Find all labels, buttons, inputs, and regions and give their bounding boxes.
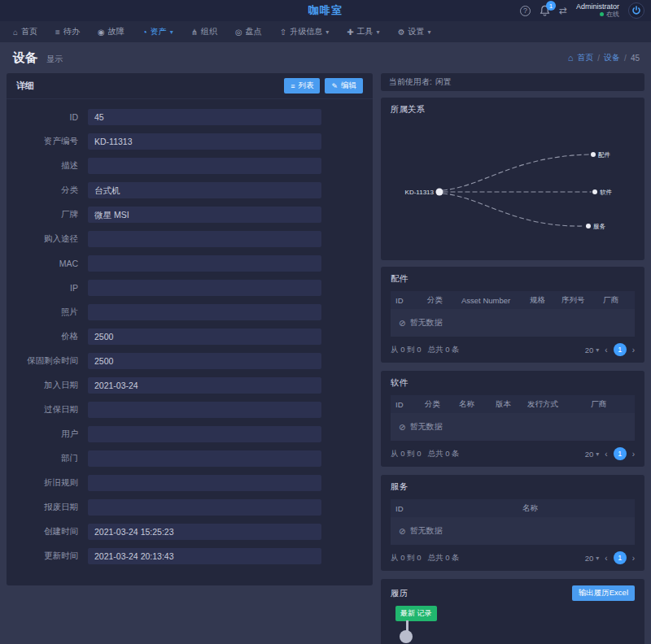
parts-panel: 配件ID分类Asset Number规格序列号厂商⊘暂无数据从 0 到 0总共 … [381, 267, 644, 363]
form-row: 部门 [7, 450, 373, 467]
table-header-cell: 名称 [518, 503, 635, 514]
form-row: 用户 [7, 426, 373, 442]
nav-item-asset[interactable]: ◔资产▾ [134, 21, 181, 42]
nav-item-label: 盘点 [246, 26, 262, 37]
form-row: 资产编号KD-11313 [7, 133, 373, 150]
nav-item-tools[interactable]: ✚工具▾ [339, 21, 387, 42]
page-head: 设备 显示 ⌂首页/设备/45 [0, 42, 651, 73]
table-header-cell: Asset Number [457, 296, 525, 305]
field-value[interactable]: 2500 [88, 353, 321, 369]
notifications-button[interactable]: 1 [540, 5, 550, 16]
edit-button[interactable]: ✎编辑 [325, 78, 363, 94]
nav-item-org[interactable]: ⋔组织 [183, 21, 225, 42]
next-page-button[interactable]: › [632, 450, 635, 459]
list-button[interactable]: ≡列表 [284, 78, 320, 94]
table-header-cell: 发行方式 [522, 399, 586, 410]
field-value[interactable]: 45 [88, 109, 321, 125]
table-header-row: ID分类名称版本发行方式厂商 [391, 395, 635, 413]
empty-data-text: 暂无数据 [409, 525, 442, 537]
nav-item-upgrade[interactable]: ⇧升级信息▾ [272, 21, 337, 42]
breadcrumb-item[interactable]: 设备 [604, 52, 620, 63]
prev-page-button[interactable]: ‹ [605, 450, 607, 459]
field-value[interactable]: 2500 [88, 329, 321, 345]
services-panel: 服务ID名称⊘暂无数据从 0 到 0总共 0 条20▾‹1› [381, 475, 644, 571]
inventory-icon: ◎ [235, 28, 242, 37]
breadcrumb-item[interactable]: 首页 [577, 52, 593, 63]
range-text: 从 0 到 0 [391, 553, 422, 564]
field-value[interactable]: 台式机 [88, 182, 321, 198]
field-value[interactable]: 2021-03-24 20:13:43 [88, 548, 321, 564]
page-size-select[interactable]: 20▾ [585, 450, 600, 459]
next-page-button[interactable]: › [632, 346, 635, 355]
relation-node[interactable]: 软件 [592, 189, 613, 196]
field-label: 分类 [7, 185, 78, 196]
timeline-node-icon[interactable] [400, 630, 413, 643]
field-label: 过保日期 [7, 404, 78, 416]
relations-graph[interactable]: KD-11313 配件 软件 服务 [391, 117, 635, 254]
field-value[interactable] [88, 255, 321, 272]
field-value[interactable] [88, 280, 321, 296]
detail-title: 详细 [16, 80, 34, 92]
relation-node[interactable]: 配件 [591, 151, 611, 159]
nav-item-todo[interactable]: ≡待办 [47, 21, 88, 42]
field-value[interactable] [88, 450, 321, 467]
page-size-select[interactable]: 20▾ [585, 554, 600, 563]
export-history-button[interactable]: 输出履历Excel [572, 585, 635, 601]
field-value[interactable] [88, 304, 321, 320]
nav-item-settings[interactable]: ⚙设置▾ [390, 21, 439, 42]
field-value[interactable] [88, 499, 321, 516]
page-size-value: 20 [585, 450, 594, 459]
field-value[interactable] [88, 231, 321, 247]
relation-node[interactable]: 服务 [586, 223, 606, 230]
detail-panel-header: 详细 ≡列表✎编辑 [7, 73, 373, 99]
field-value[interactable]: 2021-03-24 [88, 377, 321, 394]
prev-page-button[interactable]: ‹ [605, 346, 607, 355]
field-value[interactable]: 微星 MSI [88, 207, 321, 223]
table-footer: 从 0 到 0总共 0 条20▾‹1› [391, 446, 635, 462]
detail-form: ID45资产编号KD-11313描述分类台式机厂牌微星 MSI购入途径MACIP… [7, 99, 373, 585]
table-footer-summary: 从 0 到 0总共 0 条 [391, 553, 460, 564]
table-empty-row: ⊘暂无数据 [391, 413, 635, 441]
current-page-button[interactable]: 1 [614, 343, 627, 356]
user-menu[interactable]: Administrator 在线 [576, 3, 619, 19]
form-row: 厂牌微星 MSI [7, 207, 373, 223]
root-node[interactable] [436, 189, 443, 196]
next-page-button[interactable]: › [632, 554, 635, 563]
nav-item-check[interactable]: ◎盘点 [227, 21, 270, 42]
field-value[interactable] [88, 426, 321, 442]
right-column: 当前使用者: 闲置 所属关系 KD-11313 配件 [381, 73, 644, 644]
pagination: 20▾‹1› [585, 551, 635, 564]
nav-item-home[interactable]: ⌂首页 [5, 21, 46, 42]
help-icon[interactable]: ? [520, 6, 531, 16]
relation-node-label: 服务 [593, 223, 606, 230]
field-value[interactable] [88, 475, 321, 491]
field-value[interactable]: KD-11313 [88, 133, 321, 150]
page-size-select[interactable]: 20▾ [585, 346, 600, 355]
shuffle-icon[interactable]: ⇄ [559, 5, 567, 16]
form-row: 描述 [7, 158, 373, 174]
current-page-button[interactable]: 1 [614, 447, 627, 460]
form-row: 分类台式机 [7, 182, 373, 198]
power-icon [631, 6, 641, 15]
nav-item-label: 设置 [409, 26, 425, 37]
root-node-label: KD-11313 [405, 189, 435, 196]
nav-item-label: 资产 [151, 26, 167, 37]
field-label: 保固剩余时间 [7, 355, 78, 367]
field-value[interactable] [88, 158, 321, 174]
edit-button-label: 编辑 [341, 80, 356, 91]
nav-item-fault[interactable]: ◉故障 [90, 21, 133, 42]
avatar[interactable] [628, 2, 644, 19]
home-icon: ⌂ [13, 28, 18, 37]
form-row: 折旧规则 [7, 475, 373, 491]
prev-page-button[interactable]: ‹ [605, 554, 607, 563]
empty-data-icon: ⊘ [399, 319, 405, 328]
page-title-block: 设备 显示 [13, 50, 63, 66]
table-footer: 从 0 到 0总共 0 条20▾‹1› [391, 342, 635, 358]
form-row: MAC [7, 255, 373, 272]
table-header-row: ID分类Asset Number规格序列号厂商 [391, 291, 635, 309]
chevron-down-icon: ▾ [596, 450, 599, 458]
current-page-button[interactable]: 1 [614, 551, 627, 564]
field-value[interactable]: 2021-03-24 15:25:23 [88, 524, 321, 540]
field-value[interactable] [88, 402, 321, 418]
latest-record-badge: 最新 记录 [395, 606, 437, 621]
